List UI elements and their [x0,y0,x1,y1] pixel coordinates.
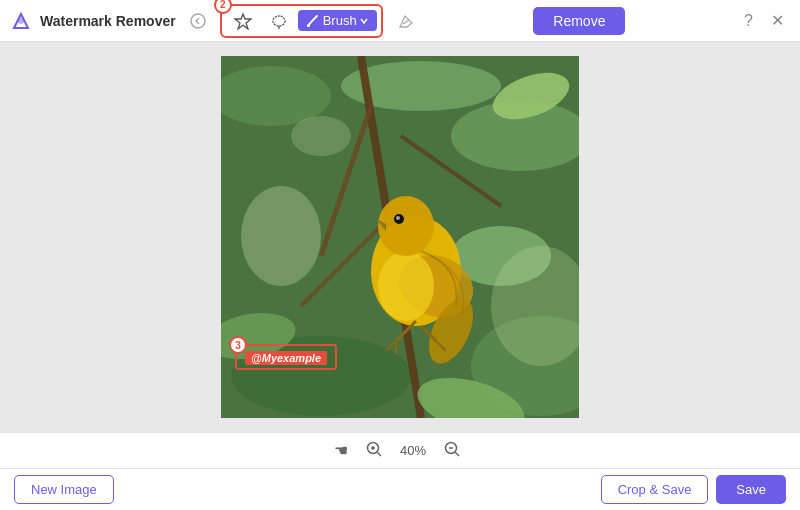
close-button[interactable]: ✕ [765,7,790,34]
zoom-out-button[interactable] [438,439,466,463]
zoom-toolbar: ☚ 40% [0,432,800,468]
titlebar: Watermark Remover 2 [0,0,800,42]
svg-point-20 [291,116,351,156]
eraser-button[interactable] [391,8,421,34]
footer-right: Crop & Save Save [601,475,786,504]
svg-line-6 [403,20,409,24]
brush-tool-button[interactable]: Brush [298,10,377,31]
svg-line-40 [377,452,381,456]
zoom-in-button[interactable] [360,439,388,463]
svg-point-3 [273,16,285,26]
image-container: 3 @Myexample [221,56,579,418]
zoom-level: 40% [400,443,426,458]
close-icon: ✕ [771,12,784,29]
svg-point-0 [18,18,24,24]
back-button[interactable] [184,9,212,33]
titlebar-center: Remove [533,7,625,35]
titlebar-right: ? ✕ [738,7,790,34]
svg-point-27 [378,196,434,256]
brush-label: Brush [323,13,357,28]
new-image-button[interactable]: New Image [14,475,114,504]
svg-marker-2 [235,14,251,29]
crop-save-button[interactable]: Crop & Save [601,475,709,504]
svg-point-18 [241,186,321,286]
remove-button[interactable]: Remove [533,7,625,35]
svg-point-5 [307,24,310,27]
tool-badge: 2 [214,0,232,14]
svg-point-29 [396,216,400,220]
tool-group: 2 Brush [220,4,383,38]
svg-point-26 [378,251,434,321]
footer-bar: New Image Crop & Save Save [0,468,800,510]
main-area: 3 @Myexample [0,42,800,432]
watermark-selection[interactable]: 3 @Myexample [235,344,337,370]
app-logo-icon [10,10,32,32]
help-button[interactable]: ? [738,8,759,34]
svg-point-1 [191,14,205,28]
watermark-badge: 3 [229,336,247,354]
lasso-tool-button[interactable] [262,8,296,34]
polygon-tool-button[interactable] [226,8,260,34]
hand-tool-icon[interactable]: ☚ [334,441,348,460]
watermark-text: @Myexample [245,351,327,365]
save-button[interactable]: Save [716,475,786,504]
help-icon: ? [744,12,753,29]
app-title: Watermark Remover [40,13,176,29]
svg-line-43 [455,452,459,456]
footer-left: New Image [14,475,114,504]
titlebar-left: Watermark Remover 2 [10,4,421,38]
